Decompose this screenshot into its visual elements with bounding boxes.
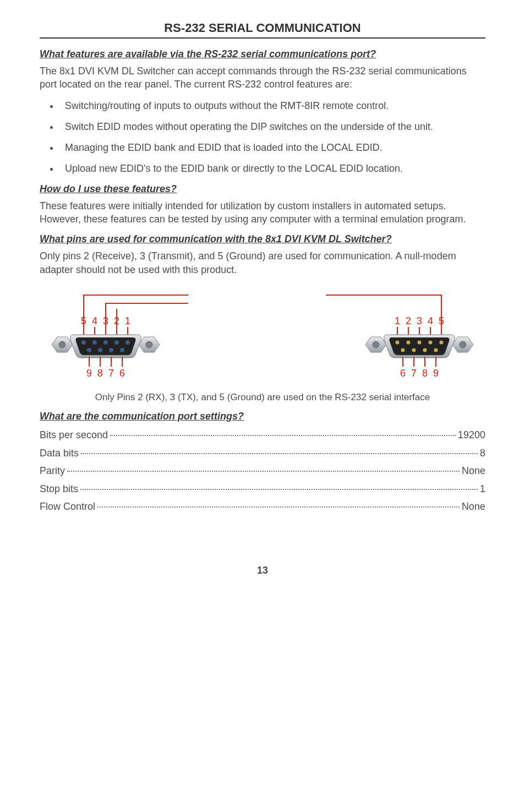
setting-value: None — [462, 462, 485, 479]
setting-label: Stop bits — [40, 481, 78, 498]
svg-point-9 — [81, 340, 86, 345]
leader-dots — [110, 435, 456, 436]
svg-point-35 — [440, 340, 444, 344]
svg-point-11 — [103, 340, 108, 345]
setting-label: Flow Control — [40, 498, 95, 515]
setting-row: Stop bits 1 — [40, 481, 485, 498]
settings-list: Bits per second 19200 Data bits 8 Parity… — [40, 427, 485, 515]
svg-point-13 — [125, 340, 130, 345]
svg-point-12 — [114, 340, 119, 345]
leader-dots — [97, 506, 460, 508]
svg-point-39 — [434, 348, 438, 352]
figure-caption: Only Pins 2 (RX), 3 (TX), and 5 (Ground)… — [40, 392, 485, 403]
pin-label: 3 — [417, 315, 422, 326]
leader-dots — [80, 489, 478, 490]
pin-label: 1 — [395, 315, 400, 326]
svg-point-14 — [87, 348, 91, 352]
db9-male-diagram: 1 2 3 4 5 — [320, 284, 485, 389]
svg-point-30 — [460, 341, 466, 348]
svg-point-6 — [59, 341, 65, 348]
list-item: Switch EDID modes without operating the … — [59, 120, 485, 133]
section3-heading: What pins are used for communication wit… — [40, 233, 485, 245]
setting-value: None — [462, 498, 485, 515]
pin-label: 7 — [108, 368, 114, 379]
setting-row: Parity None — [40, 462, 485, 479]
pin-label: 5 — [439, 315, 444, 326]
section4-heading: What are the communication port settings… — [40, 411, 485, 422]
pin-label: 1 — [125, 315, 130, 326]
setting-row: Bits per second 19200 — [40, 427, 485, 444]
list-item: Managing the EDID bank and EDID that is … — [59, 141, 485, 154]
title-rule — [40, 37, 485, 39]
section2-para: These features were initially intended f… — [40, 199, 485, 226]
section2-heading: How do I use these features? — [40, 183, 485, 195]
svg-point-36 — [401, 348, 405, 352]
pin-label: 6 — [400, 368, 406, 379]
pin-label: 9 — [433, 368, 439, 379]
pin-label: 9 — [86, 368, 92, 379]
page-title: RS-232 SERIAL COMMUNICATION — [40, 21, 485, 35]
svg-point-33 — [418, 340, 422, 344]
leader-dots — [81, 453, 478, 454]
list-item: Switching/routing of inputs to outputs w… — [59, 99, 485, 112]
setting-label: Data bits — [40, 445, 79, 462]
svg-point-32 — [407, 340, 411, 344]
pin-label: 2 — [114, 315, 119, 326]
setting-label: Parity — [40, 462, 65, 479]
pin-label: 8 — [422, 368, 428, 379]
db9-female-diagram: 5 4 3 2 1 — [40, 284, 205, 389]
leader-dots — [67, 471, 460, 472]
section1-list: Switching/routing of inputs to outputs w… — [40, 99, 485, 176]
svg-point-31 — [396, 340, 400, 344]
pin-label: 2 — [406, 315, 411, 326]
pin-label: 8 — [97, 368, 103, 379]
svg-point-17 — [120, 348, 124, 352]
list-item: Upload new EDID's to the EDID bank or di… — [59, 162, 485, 175]
setting-label: Bits per second — [40, 427, 108, 444]
svg-point-34 — [429, 340, 433, 344]
page: RS-232 SERIAL COMMUNICATION What feature… — [0, 0, 525, 598]
page-number: 13 — [40, 565, 485, 576]
section3-para: Only pins 2 (Receive), 3 (Transmit), and… — [40, 249, 485, 276]
pin-label: 4 — [428, 315, 433, 326]
svg-point-15 — [98, 348, 102, 352]
section1-heading: What features are available via the RS-2… — [40, 48, 485, 60]
svg-point-16 — [109, 348, 113, 352]
pin-label: 3 — [103, 315, 108, 326]
setting-value: 8 — [480, 445, 485, 462]
section1-para: The 8x1 DVI KVM DL Switcher can accept c… — [40, 64, 485, 91]
pin-label: 5 — [81, 315, 86, 326]
pin-label: 7 — [411, 368, 417, 379]
setting-row: Flow Control None — [40, 498, 485, 515]
setting-value: 1 — [480, 481, 485, 498]
setting-value: 19200 — [458, 427, 485, 444]
svg-point-8 — [146, 341, 152, 348]
svg-point-38 — [423, 348, 427, 352]
svg-point-37 — [412, 348, 416, 352]
setting-row: Data bits 8 — [40, 445, 485, 462]
svg-point-10 — [92, 340, 97, 345]
connector-figure-row: 5 4 3 2 1 — [40, 284, 485, 389]
pin-label: 4 — [92, 315, 97, 326]
pin-label: 6 — [119, 368, 125, 379]
svg-point-28 — [373, 341, 379, 348]
